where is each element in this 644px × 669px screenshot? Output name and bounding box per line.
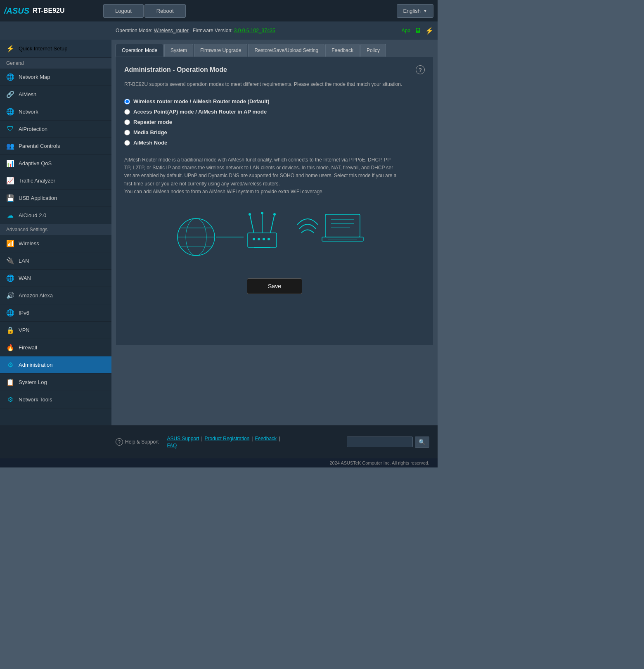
system-log-icon: 📋 — [6, 378, 14, 386]
sidebar-item-network-tools[interactable]: ⚙ Network Tools — [0, 391, 111, 408]
sidebar-item-quick-internet-setup[interactable]: ⚡ Quick Internet Setup — [0, 40, 111, 58]
operation-mode-link[interactable]: Wireless_router — [154, 28, 189, 33]
feedback-link[interactable]: Feedback — [255, 436, 277, 441]
laptop-icon — [322, 214, 363, 241]
product-registration-link[interactable]: Product Registration — [205, 436, 250, 441]
radio-access-point-input[interactable] — [124, 109, 130, 115]
sidebar: ⚡ Quick Internet Setup General 🌐 Network… — [0, 40, 111, 425]
network-tools-label: Network Tools — [19, 396, 52, 403]
icons-right: App 🖥 ⚡ — [402, 27, 433, 35]
aimesh-label: AiMesh — [19, 91, 36, 97]
network-map-label: Network Map — [19, 74, 50, 80]
sidebar-item-firewall[interactable]: 🔥 Firewall — [0, 339, 111, 356]
reboot-button[interactable]: Reboot — [144, 4, 186, 18]
sidebar-item-aimesh[interactable]: 🔗 AiMesh — [0, 86, 111, 103]
top-buttons: Logout Reboot — [103, 4, 397, 18]
save-button[interactable]: Save — [247, 278, 302, 294]
svg-point-13 — [253, 238, 255, 240]
help-icon[interactable]: ? — [416, 65, 425, 74]
wan-icon: 🌐 — [6, 274, 14, 282]
sidebar-item-network-map[interactable]: 🌐 Network Map — [0, 69, 111, 86]
radio-aimesh-node[interactable]: AiMesh Node — [124, 138, 425, 148]
sidebar-item-adaptive-qos[interactable]: 📊 Adaptive QoS — [0, 155, 111, 172]
aiprotection-label: AiProtection — [19, 126, 47, 132]
footer-search-input[interactable] — [347, 437, 413, 447]
vpn-label: VPN — [19, 327, 30, 333]
sidebar-item-administration[interactable]: ⚙ Administration — [0, 356, 111, 374]
wireless-icon: 📶 — [6, 240, 14, 247]
tab-operation-mode[interactable]: Operation Mode — [116, 44, 163, 57]
administration-icon: ⚙ — [6, 361, 14, 369]
sidebar-item-wireless[interactable]: 📶 Wireless — [0, 235, 111, 252]
svg-line-6 — [250, 214, 254, 233]
usb-icon[interactable]: ⚡ — [425, 27, 433, 35]
usb-application-icon: 💾 — [6, 194, 14, 202]
lan-label: LAN — [19, 258, 29, 264]
system-log-label: System Log — [19, 379, 47, 385]
sidebar-item-wan[interactable]: 🌐 WAN — [0, 270, 111, 287]
faq-link[interactable]: FAQ — [167, 443, 177, 448]
footer-links: ASUS Support | Product Registration | Fe… — [167, 436, 280, 448]
radio-media-bridge[interactable]: Media Bridge — [124, 127, 425, 138]
router-icon — [248, 212, 277, 247]
radio-media-bridge-input[interactable] — [124, 130, 130, 135]
traffic-analyzer-icon: 📈 — [6, 177, 14, 185]
aiprotection-icon: 🛡 — [6, 125, 14, 133]
lan-icon: 🔌 — [6, 257, 14, 265]
tab-feedback[interactable]: Feedback — [325, 44, 360, 57]
panel-title-row: Administration - Operation Mode ? — [124, 65, 425, 74]
firmware-version-link[interactable]: 3.0.0.6.102_37435 — [234, 28, 275, 33]
svg-point-15 — [263, 238, 265, 240]
sidebar-item-ipv6[interactable]: 🌐 IPv6 — [0, 304, 111, 322]
network-label: Network — [19, 109, 38, 115]
monitor-icon[interactable]: 🖥 — [414, 27, 421, 34]
radio-wireless-router-input[interactable] — [124, 99, 130, 104]
logout-button[interactable]: Logout — [103, 4, 144, 18]
globe-icon — [178, 218, 215, 256]
svg-rect-12 — [248, 233, 277, 247]
tab-restore-save[interactable]: Restore/Save/Upload Setting — [248, 44, 324, 57]
svg-point-10 — [261, 212, 263, 214]
content-area: Operation Mode System Firmware Upgrade R… — [111, 40, 438, 425]
sidebar-item-system-log[interactable]: 📋 System Log — [0, 374, 111, 391]
radio-media-bridge-label: Media Bridge — [133, 129, 167, 135]
radio-repeater-input[interactable] — [124, 119, 130, 125]
general-section-title: General — [0, 58, 111, 69]
sidebar-item-usb-application[interactable]: 💾 USB Application — [0, 190, 111, 207]
footer-search: 🔍 — [347, 437, 429, 448]
footer-divider-3: | — [279, 436, 280, 441]
mode-info-text: AiMesh Router mode is a traditional mode… — [124, 156, 397, 196]
sidebar-item-aicloud[interactable]: ☁ AiCloud 2.0 — [0, 207, 111, 224]
copyright-bar: 2024 ASUSTeK Computer Inc. All rights re… — [0, 458, 438, 467]
sidebar-item-amazon-alexa[interactable]: 🔊 Amazon Alexa — [0, 287, 111, 304]
radio-access-point[interactable]: Access Point(AP) mode / AiMesh Router in… — [124, 107, 425, 117]
svg-point-16 — [268, 238, 270, 240]
main-layout: ⚡ Quick Internet Setup General 🌐 Network… — [0, 40, 438, 425]
sidebar-item-parental-controls[interactable]: 👥 Parental Controls — [0, 138, 111, 155]
language-button[interactable]: English ▼ — [397, 4, 433, 18]
network-map-icon: 🌐 — [6, 73, 14, 81]
help-circle-icon: ? — [116, 438, 123, 446]
radio-access-point-label: Access Point(AP) mode / AiMesh Router in… — [133, 109, 267, 115]
sidebar-item-traffic-analyzer[interactable]: 📈 Traffic Analyzer — [0, 172, 111, 190]
parental-controls-icon: 👥 — [6, 142, 14, 150]
footer-search-button[interactable]: 🔍 — [415, 437, 429, 448]
asus-support-link[interactable]: ASUS Support — [167, 436, 199, 441]
admin-panel: Administration - Operation Mode ? RT-BE9… — [116, 57, 433, 346]
tab-firmware-upgrade[interactable]: Firmware Upgrade — [194, 44, 247, 57]
sidebar-item-lan[interactable]: 🔌 LAN — [0, 252, 111, 270]
radio-options: Wireless router mode / AiMesh Router mod… — [124, 96, 425, 148]
aicloud-label: AiCloud 2.0 — [19, 212, 46, 218]
sidebar-item-vpn[interactable]: 🔒 VPN — [0, 322, 111, 339]
tab-system[interactable]: System — [164, 44, 193, 57]
footer: ? Help & Support ASUS Support | Product … — [0, 425, 438, 458]
sidebar-item-aiprotection[interactable]: 🛡 AiProtection — [0, 121, 111, 138]
radio-repeater[interactable]: Repeater mode — [124, 117, 425, 127]
radio-wireless-router[interactable]: Wireless router mode / AiMesh Router mod… — [124, 96, 425, 107]
quick-setup-icon: ⚡ — [6, 45, 14, 52]
firewall-icon: 🔥 — [6, 344, 14, 351]
sidebar-item-network[interactable]: 🌐 Network — [0, 103, 111, 121]
tab-policy[interactable]: Policy — [360, 44, 386, 57]
save-button-container: Save — [124, 278, 425, 294]
radio-aimesh-node-input[interactable] — [124, 140, 130, 146]
